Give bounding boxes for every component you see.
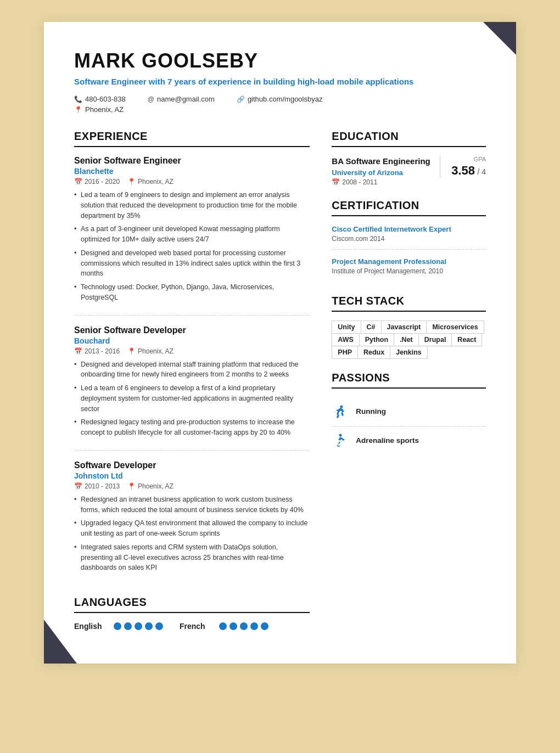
lang-english-name: English: [74, 622, 107, 631]
passion-adrenaline-label: Adrenaline sports: [356, 436, 419, 445]
job-meta-3: 📅 2010 - 2013 📍 Phoenix, AZ: [74, 482, 310, 490]
lang-french-dots: [219, 622, 268, 630]
gpa-value-row: 3.58 / 4: [451, 164, 486, 178]
adrenaline-icon: [332, 432, 349, 449]
company-name-1: Blanchette: [74, 167, 310, 176]
tech-jenkins: Jenkins: [390, 346, 428, 359]
calendar-icon-2: 📅: [74, 347, 82, 355]
running-icon: [332, 403, 349, 420]
certification-section: CERTIFICATION Cisco Certified Internetwo…: [332, 199, 486, 282]
bullet-1-4: Technology used: Docker, Python, Django,…: [74, 282, 310, 303]
tech-grid: Unity C# Javascript Microservices AWS Py…: [332, 321, 486, 358]
svg-point-1: [339, 434, 342, 436]
tech-aws: AWS: [332, 333, 359, 346]
dot-e4: [145, 622, 153, 630]
tech-stack-section: TECH STACK Unity C# Javascript Microserv…: [332, 295, 486, 358]
job-block-3: Software Developer Johnston Ltd 📅 2010 -…: [74, 460, 310, 585]
tech-unity: Unity: [332, 321, 361, 334]
candidate-name: MARK GOOLSEBY: [74, 49, 486, 72]
edu-dates: 📅 2008 - 2011: [332, 178, 434, 186]
tech-python: Python: [359, 333, 394, 346]
passions-title: PASSIONS: [332, 372, 486, 389]
edu-degree: BA Software Engineering: [332, 156, 434, 167]
dot-f2: [229, 622, 237, 630]
lang-english: English: [74, 622, 163, 631]
job-title-3: Software Developer: [74, 460, 310, 470]
bullet-1-3: Designed and developed web based portal …: [74, 248, 310, 279]
link-icon: 🔗: [237, 95, 245, 103]
decorative-corner-tr: [483, 22, 516, 55]
gpa-denom: / 4: [477, 167, 486, 176]
job-bullets-1: Led a team of 9 engineers to design and …: [74, 190, 310, 303]
job-dates-2: 📅 2013 - 2016: [74, 347, 120, 355]
left-column: EXPERIENCE Senior Software Engineer Blan…: [74, 130, 310, 631]
dot-e2: [124, 622, 132, 630]
email-icon: @: [148, 95, 154, 103]
contact-row: 📞 480-603-838 @ name@gmail.com 🔗 github.…: [74, 95, 486, 103]
job-bullets-3: Redesigned an intranet business applicat…: [74, 494, 310, 573]
job-location-1: 📍 Phoenix, AZ: [127, 178, 173, 186]
candidate-subtitle: Software Engineer with 7 years of experi…: [74, 76, 486, 87]
bullet-2-2: Led a team of 6 engineers to develop a f…: [74, 383, 310, 414]
bullet-2-3: Redesigned legacy testing and pre-produc…: [74, 417, 310, 438]
job-location-3: 📍 Phoenix, AZ: [127, 482, 173, 490]
tech-javascript: Javascript: [381, 321, 427, 334]
dot-e1: [114, 622, 121, 630]
lang-french-name: French: [180, 622, 212, 631]
passion-running-label: Running: [356, 407, 386, 415]
cert-name-1: Cisco Certified Internetwork Expert: [332, 225, 486, 233]
main-layout: EXPERIENCE Senior Software Engineer Blan…: [74, 130, 486, 631]
contact-github: 🔗 github.com/mgoolsbyaz: [237, 95, 323, 103]
dot-f5: [261, 622, 268, 630]
job-block-1: Senior Software Engineer Blanchette 📅 20…: [74, 156, 310, 316]
resume-container: MARK GOOLSEBY Software Engineer with 7 y…: [44, 22, 516, 664]
company-name-3: Johnston Ltd: [74, 471, 310, 480]
pin-icon-3: 📍: [127, 482, 136, 490]
lang-english-dots: [114, 622, 163, 630]
dot-f1: [219, 622, 227, 630]
location-icon: 📍: [74, 106, 82, 114]
edu-row: BA Software Engineering University of Ar…: [332, 156, 486, 186]
job-title-1: Senior Software Engineer: [74, 156, 310, 166]
phone-icon: 📞: [74, 95, 82, 103]
tech-microservices: Microservices: [426, 321, 484, 334]
cert-detail-2: Institute of Project Management, 2010: [332, 267, 486, 275]
edu-gpa: GPA 3.58 / 4: [440, 156, 486, 178]
dot-e5: [155, 622, 163, 630]
languages-section: LANGUAGES English French: [74, 596, 310, 631]
edu-calendar-icon: 📅: [332, 178, 340, 186]
svg-point-0: [340, 405, 343, 408]
lang-french: French: [180, 622, 268, 631]
dot-f3: [240, 622, 248, 630]
education-section: EDUCATION BA Software Engineering Univer…: [332, 130, 486, 186]
cert-block-2: Project Management Professional Institut…: [332, 257, 486, 282]
edu-school: University of Arizona: [332, 168, 434, 177]
cert-detail-1: Ciscom.com 2014: [332, 235, 486, 243]
tech-csharp: C#: [361, 321, 382, 334]
job-title-2: Senior Software Developer: [74, 325, 310, 335]
bullet-2-1: Designed and developed internal staff tr…: [74, 359, 310, 380]
bullet-1-2: As a part of 3-engineer unit developed K…: [74, 224, 310, 245]
tech-stack-title: TECH STACK: [332, 295, 486, 312]
edu-block: BA Software Engineering University of Ar…: [332, 156, 486, 186]
experience-title: EXPERIENCE: [74, 130, 310, 147]
dot-f4: [250, 622, 258, 630]
gpa-value: 3.58: [451, 164, 475, 177]
job-bullets-2: Designed and developed internal staff tr…: [74, 359, 310, 438]
passion-running: Running: [332, 397, 486, 426]
cert-block-1: Cisco Certified Internetwork Expert Cisc…: [332, 225, 486, 250]
tech-drupal: Drupal: [418, 333, 452, 346]
right-column: EDUCATION BA Software Engineering Univer…: [332, 130, 486, 631]
calendar-icon-3: 📅: [74, 482, 82, 490]
header-section: MARK GOOLSEBY Software Engineer with 7 y…: [74, 49, 486, 114]
job-meta-1: 📅 2016 - 2020 📍 Phoenix, AZ: [74, 178, 310, 186]
company-name-2: Bouchard: [74, 336, 310, 345]
experience-section: EXPERIENCE Senior Software Engineer Blan…: [74, 130, 310, 585]
job-dates-3: 📅 2010 - 2013: [74, 482, 120, 490]
passions-section: PASSIONS Running: [332, 372, 486, 455]
languages-title: LANGUAGES: [74, 596, 310, 613]
job-location-2: 📍 Phoenix, AZ: [127, 347, 173, 355]
contact-location-row: 📍 Phoenix, AZ: [74, 105, 486, 114]
cert-name-2: Project Management Professional: [332, 257, 486, 266]
dot-e3: [135, 622, 142, 630]
